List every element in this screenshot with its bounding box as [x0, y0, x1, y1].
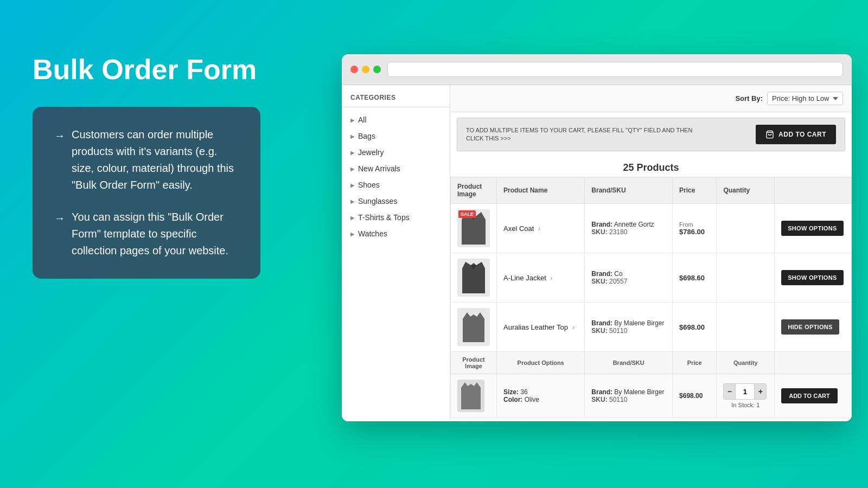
opt-col-action: [775, 352, 852, 374]
qty-cell: [717, 253, 775, 303]
hide-options-button[interactable]: HIDE OPTIONS: [781, 319, 839, 335]
opt-col-options: Product Options: [497, 352, 585, 374]
products-count: 25 Products: [450, 157, 852, 177]
info-box: → Customers can order multiple products …: [33, 107, 260, 279]
notice-bar: TO ADD MULTIPLE ITEMS TO YOUR CART, PLEA…: [457, 118, 845, 151]
info-point-2: → You can assign this "Bulk Order Form" …: [54, 209, 239, 259]
in-stock-text: In Stock: 1: [723, 402, 768, 408]
sidebar-item-bags[interactable]: ▶ Bags: [342, 128, 450, 144]
table-row: SALE Axel Coat › Br: [451, 204, 852, 253]
table-row: Auralias Leather Top › Brand: By Malene …: [451, 303, 852, 352]
info-point-1: → Customers can order multiple products …: [54, 126, 239, 194]
sidebar-item-watches[interactable]: ▶ Watches: [342, 226, 450, 242]
sidebar-item-jewelry[interactable]: ▶ Jewelry: [342, 144, 450, 160]
main-area: Sort By: Price: High to Low Price: Low t…: [450, 85, 852, 421]
chevron-icon: ▶: [350, 166, 355, 172]
col-header-price: Price: [673, 177, 717, 204]
sidebar: CATEGORIES ▶ All ▶ Bags ▶ Jewelry ▶ New …: [342, 85, 450, 421]
add-to-cart-main-button[interactable]: ADD TO CART: [756, 125, 836, 144]
opt-col-image: Product Image: [451, 352, 497, 374]
price-cell: $698.00: [673, 303, 717, 352]
sidebar-item-new-arrivals[interactable]: ▶ New Arrivals: [342, 160, 450, 177]
opt-sku-text: SKU: 50110: [591, 396, 666, 403]
sidebar-heading: CATEGORIES: [342, 94, 450, 107]
sku-text: SKU: 23180: [591, 228, 666, 236]
brand-sku-cell: Brand: Co SKU: 20557: [585, 253, 673, 303]
product-expand-button[interactable]: ›: [536, 225, 542, 233]
opt-action-cell: ADD TO CART: [775, 374, 852, 418]
product-image: SALE: [457, 209, 490, 247]
top-silhouette: [463, 312, 484, 342]
size-text: Size: 36: [503, 388, 578, 396]
brand-text: Brand: By Malene Birger: [591, 319, 666, 327]
brand-sku-cell: Brand: By Malene Birger SKU: 50110: [585, 303, 673, 352]
qty-increment-button[interactable]: +: [755, 384, 766, 399]
address-bar[interactable]: [387, 62, 843, 77]
product-name: A-Line Jacket: [503, 274, 546, 282]
price-cell: From $786.00: [673, 204, 717, 253]
product-expand-button[interactable]: ›: [570, 324, 577, 331]
options-product-image: [457, 380, 484, 412]
options-header-row: Product Image Product Options Brand/SKU …: [451, 352, 852, 374]
opt-col-qty: Quantity: [717, 352, 775, 374]
show-options-button[interactable]: SHOW OPTIONS: [781, 270, 843, 285]
add-to-cart-row-button[interactable]: ADD TO CART: [781, 388, 838, 403]
product-image-cell: [451, 303, 497, 352]
opt-brand-text: Brand: By Malene Birger: [591, 388, 666, 396]
product-image-cell: SALE: [451, 204, 497, 253]
product-name: Auralias Leather Top: [503, 323, 568, 331]
brand-text: Brand: Annette Gortz: [591, 221, 666, 228]
sidebar-item-tshirts[interactable]: ▶ T-Shirts & Tops: [342, 209, 450, 226]
col-header-qty: Quantity: [717, 177, 775, 204]
col-header-action: [775, 177, 852, 204]
show-options-button[interactable]: SHOW OPTIONS: [781, 221, 843, 236]
product-name: Axel Coat: [503, 224, 534, 233]
close-button[interactable]: [350, 66, 358, 73]
main-title: Bulk Order Form: [33, 54, 260, 85]
col-header-name: Product Name: [497, 177, 585, 204]
traffic-lights: [350, 66, 381, 73]
jacket-silhouette: [462, 262, 485, 293]
sort-label: Sort By:: [735, 94, 763, 102]
quantity-stepper: − +: [723, 383, 767, 400]
opt-image-cell: [451, 374, 497, 418]
product-image-cell: [451, 253, 497, 303]
sort-select[interactable]: Price: High to Low Price: Low to High Na…: [767, 92, 843, 105]
qty-input[interactable]: [735, 384, 755, 399]
sku-text: SKU: 50110: [591, 327, 666, 335]
sidebar-item-sunglasses[interactable]: ▶ Sunglasses: [342, 193, 450, 209]
qty-cell: [717, 303, 775, 352]
price-cell: $698.60: [673, 253, 717, 303]
table-row: A-Line Jacket › Brand: Co SKU: 20557 $69…: [451, 253, 852, 303]
col-header-image: Product Image: [451, 177, 497, 204]
maximize-button[interactable]: [373, 66, 381, 73]
chevron-icon: ▶: [350, 231, 355, 237]
action-cell: SHOW OPTIONS: [775, 204, 852, 253]
sidebar-item-all[interactable]: ▶ All: [342, 112, 450, 128]
expanded-top-silhouette: [461, 382, 481, 409]
options-data-row: Size: 36 Color: Olive Brand: By Malene B…: [451, 374, 852, 418]
from-label: From: [679, 221, 710, 228]
sku-text: SKU: 20557: [591, 278, 666, 285]
minimize-button[interactable]: [362, 66, 369, 73]
chevron-icon: ▶: [350, 198, 355, 204]
opt-col-brand: Brand/SKU: [585, 352, 673, 374]
qty-decrement-button[interactable]: −: [724, 384, 735, 399]
opt-brand-cell: Brand: By Malene Birger SKU: 50110: [585, 374, 673, 418]
product-table: Product Image Product Name Brand/SKU Pri…: [450, 177, 852, 418]
cart-icon: [765, 130, 774, 139]
product-expand-button[interactable]: ›: [548, 274, 554, 282]
product-image: [457, 308, 490, 346]
opt-col-price: Price: [673, 352, 717, 374]
left-panel: Bulk Order Form → Customers can order mu…: [33, 54, 260, 279]
browser-window: CATEGORIES ▶ All ▶ Bags ▶ Jewelry ▶ New …: [342, 54, 852, 421]
app-content: CATEGORIES ▶ All ▶ Bags ▶ Jewelry ▶ New …: [342, 85, 852, 421]
chevron-icon: ▶: [350, 133, 355, 139]
opt-price-cell: $698.00: [673, 374, 717, 418]
col-header-brand: Brand/SKU: [585, 177, 673, 204]
action-cell: HIDE OPTIONS: [775, 303, 852, 352]
notice-text: TO ADD MULTIPLE ITEMS TO YOUR CART, PLEA…: [466, 126, 699, 143]
product-image: [457, 259, 490, 297]
sidebar-item-shoes[interactable]: ▶ Shoes: [342, 177, 450, 193]
opt-qty-cell: − + In Stock: 1: [717, 374, 775, 418]
